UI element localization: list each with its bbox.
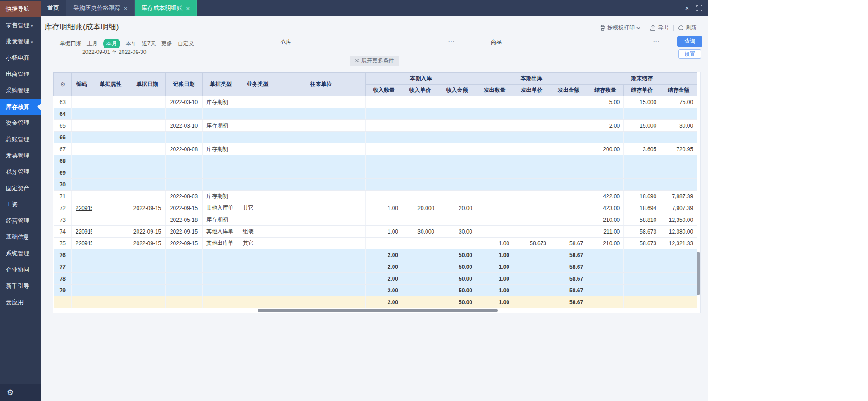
vertical-scrollbar[interactable] [697, 252, 700, 295]
sidebar-item-15[interactable]: 企业协同 [0, 262, 41, 278]
sidebar-item-label: 云应用 [6, 299, 24, 306]
sidebar-item-label: 批发管理 [6, 38, 29, 45]
sidebar-item-9[interactable]: 税务管理 [0, 164, 41, 180]
sidebar-item-label: 电商管理 [6, 71, 29, 77]
horizontal-scrollbar[interactable] [258, 309, 498, 312]
table-row[interactable]: 772.0050.001.0058.67 [54, 261, 697, 273]
chevron-down-icon[interactable] [636, 26, 640, 29]
sidebar-item-17[interactable]: 云应用 [0, 294, 41, 310]
document-code-link[interactable]: 220915-0 [76, 240, 92, 247]
settings-button[interactable]: 设置 [678, 49, 701, 59]
tab-0[interactable]: 首页 [41, 0, 66, 16]
table-row[interactable]: 64 [54, 108, 697, 120]
print-template-button[interactable]: 按模板打印 [600, 24, 640, 32]
sidebar-item-0[interactable]: 零售管理▾ [0, 17, 41, 33]
cell-doc_type: 其他出库单 [203, 238, 239, 249]
sidebar-item-12[interactable]: 经营管理 [0, 213, 41, 229]
cell-book_date [166, 167, 203, 179]
fullscreen-icon[interactable] [696, 5, 702, 11]
cell-out_price [513, 96, 550, 108]
sidebar-item-4[interactable]: 采购管理 [0, 82, 41, 99]
table-row[interactable]: 732022-05-18库存期初210.0058.81012,350.00 [54, 214, 697, 226]
cell-doc_date [129, 108, 166, 120]
table-row[interactable]: 75220915-02022-09-152022-09-15其他出库单其它1.0… [54, 238, 697, 249]
cell-bal_qty: 5.00 [587, 96, 624, 108]
more-icon[interactable]: ··· [448, 38, 455, 45]
close-icon[interactable]: × [685, 5, 689, 12]
date-quick-option-5[interactable]: 自定义 [178, 40, 194, 48]
table-row[interactable]: 792.0050.001.0058.67 [54, 285, 697, 296]
header-actions: 按模板打印 导出 [600, 24, 697, 32]
date-quick-option-1[interactable]: 本月 [103, 39, 120, 48]
sidebar-item-2[interactable]: 小畅电商 [0, 50, 41, 66]
sidebar-item-11[interactable]: 工资 [0, 196, 41, 213]
sidebar-item-1[interactable]: 批发管理▾ [0, 33, 41, 50]
cell-doc_date [129, 143, 166, 155]
sidebar-item-14[interactable]: 系统管理 [0, 245, 41, 262]
cell-bal_price [624, 167, 660, 179]
cell-out_qty [476, 155, 513, 167]
cell-num: 66 [54, 132, 72, 143]
date-quick-option-3[interactable]: 近7天 [142, 40, 156, 48]
table-row[interactable]: 762.0050.001.0058.67 [54, 249, 697, 261]
query-button[interactable]: 查询 [677, 36, 702, 47]
column-header-settings[interactable]: ⚙ [54, 73, 72, 96]
group-header-out: 本期出库 [476, 73, 587, 85]
table-row[interactable]: 66 [54, 132, 697, 143]
cell-biz_type [239, 249, 276, 261]
cell-bal_qty: 211.00 [587, 226, 624, 238]
refresh-button[interactable]: 刷新 [678, 24, 697, 32]
table-row[interactable]: 782.0050.001.0058.67 [54, 273, 697, 285]
tab-bar: 首页采购历史价格跟踪×库存成本明细账× × [41, 0, 708, 16]
cell-in_price: 30.000 [402, 226, 438, 238]
product-input[interactable] [507, 37, 661, 47]
table-total-row[interactable]: 2.0050.001.0058.67 [54, 296, 697, 308]
tab-1[interactable]: 采购历史价格跟踪× [66, 0, 135, 16]
cell-code: 220915-0 [72, 226, 92, 238]
cell-bal_amt [660, 285, 697, 296]
table-row[interactable]: 68 [54, 155, 697, 167]
table-row[interactable]: 72220915-02022-09-152022-09-15其他入库单其它1.0… [54, 202, 697, 214]
warehouse-input[interactable] [297, 37, 456, 47]
expand-more-button[interactable]: 展开更多条件 [350, 56, 399, 66]
date-range-value[interactable]: 2022-09-01 至 2022-09-30 [82, 48, 146, 56]
cell-biz_type [239, 273, 276, 285]
sidebar-item-7[interactable]: 总账管理 [0, 131, 41, 148]
sidebar-item-10[interactable]: 固定资产 [0, 180, 41, 196]
sidebar-item-5[interactable]: 库存核算 [0, 99, 41, 115]
cell-in_amt [438, 238, 476, 249]
table-row[interactable]: 632022-03-10库存期初5.0015.00075.00 [54, 96, 697, 108]
close-icon[interactable]: × [124, 5, 128, 12]
table-row[interactable]: 712022-08-03库存期初422.0018.6907,887.39 [54, 191, 697, 202]
sidebar-item-quick-nav[interactable]: 快捷导航 [0, 1, 41, 17]
gear-icon[interactable]: ⚙ [7, 388, 14, 397]
document-code-link[interactable]: 220915-0 [76, 205, 92, 211]
document-code-link[interactable]: 220915-0 [76, 229, 92, 235]
cell-bal_qty [587, 167, 624, 179]
table-row[interactable]: 69 [54, 167, 697, 179]
sidebar-item-13[interactable]: 基础信息 [0, 229, 41, 245]
table-row[interactable]: 652022-03-10库存期初2.0015.00030.00 [54, 120, 697, 132]
sidebar-item-3[interactable]: 电商管理 [0, 66, 41, 82]
sidebar-item-16[interactable]: 新手引导 [0, 278, 41, 294]
date-quick-option-4[interactable]: 更多 [161, 40, 172, 48]
cell-out_price: 58.673 [513, 238, 550, 249]
more-icon[interactable]: ··· [653, 38, 660, 45]
table-row[interactable]: 70 [54, 179, 697, 191]
date-quick-option-0[interactable]: 上月 [87, 40, 98, 48]
cell-code [72, 296, 92, 308]
tab-2[interactable]: 库存成本明细账× [135, 0, 197, 16]
date-quick-option-2[interactable]: 本年 [126, 40, 137, 48]
sidebar-item-6[interactable]: 资金管理 [0, 115, 41, 131]
export-button[interactable]: 导出 [650, 24, 669, 32]
sidebar-item-8[interactable]: 发票管理 [0, 148, 41, 164]
cell-doc_type [203, 167, 239, 179]
cell-partner [276, 96, 366, 108]
cell-biz_type [239, 296, 276, 308]
cell-in_amt [438, 120, 476, 132]
close-icon[interactable]: × [186, 5, 190, 12]
cell-partner [276, 214, 366, 226]
table-row[interactable]: 74220915-02022-09-152022-09-15其他入库单组装1.0… [54, 226, 697, 238]
cell-num: 74 [54, 226, 72, 238]
table-row[interactable]: 672022-08-08库存期初200.003.605720.95 [54, 143, 697, 155]
